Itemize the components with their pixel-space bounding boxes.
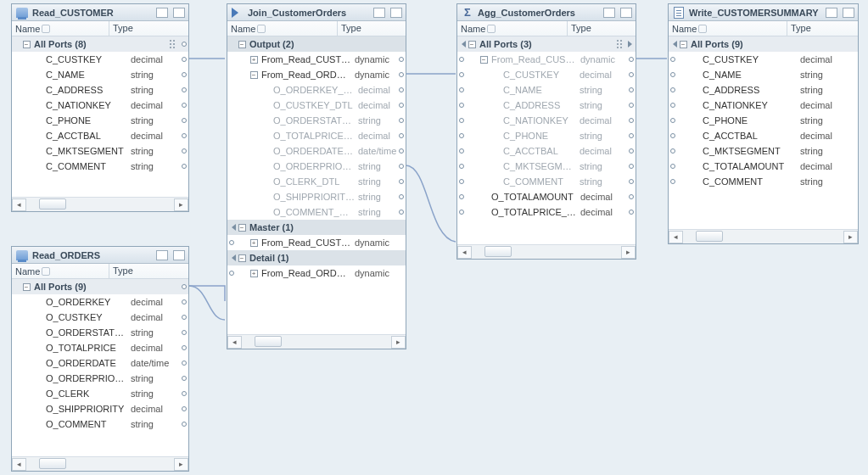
maximize-button[interactable] — [173, 8, 185, 18]
port-row[interactable]: O_COMMENT_DTLstring — [227, 204, 406, 220]
port-row[interactable]: C_CUSTKEYdecimal — [12, 52, 188, 67]
port-row[interactable]: O_ORDERKEYdecimal — [12, 294, 188, 310]
port-row[interactable]: C_NAMEstring — [457, 82, 636, 98]
node-join[interactable]: Join_CustomerOrders Name Type −Output (2… — [227, 3, 406, 349]
maximize-button[interactable] — [173, 250, 185, 260]
collapse-icon[interactable]: − — [680, 41, 687, 48]
port-row[interactable]: C_COMMENTstring — [12, 159, 188, 174]
scrollbar-horizontal[interactable]: ◂▸ — [227, 334, 406, 349]
scroll-left-icon[interactable]: ◂ — [227, 336, 242, 349]
scroll-left-icon[interactable]: ◂ — [12, 458, 26, 471]
expand-icon[interactable]: + — [250, 56, 258, 64]
group-all-ports[interactable]: −All Ports (8) — [12, 36, 188, 52]
scroll-left-icon[interactable]: ◂ — [669, 231, 683, 243]
sort-icon[interactable] — [257, 25, 266, 33]
minimize-button[interactable] — [156, 8, 168, 18]
scroll-right-icon[interactable]: ▸ — [174, 458, 188, 471]
port-row[interactable]: C_ADDRESSstring — [669, 82, 858, 98]
scrollbar-horizontal[interactable]: ◂▸ — [12, 456, 188, 471]
scroll-right-icon[interactable]: ▸ — [391, 336, 406, 349]
port-row[interactable]: O_CUSTKEY_DTLdecimal — [227, 98, 406, 113]
port-row[interactable]: O_TOTALPRICE_DTLdecimal — [227, 128, 406, 143]
column-headers[interactable]: Name Type — [669, 21, 858, 36]
sort-icon[interactable] — [42, 25, 50, 33]
scroll-right-icon[interactable]: ▸ — [174, 198, 188, 211]
port-row[interactable]: O_CLERK_DTLstring — [227, 174, 406, 189]
port-row[interactable]: −From_Read_CUST...dynamic — [457, 52, 636, 67]
node-write[interactable]: Write_CUSTOMERSUMMARY Name Type −All Por… — [668, 3, 859, 244]
port-row[interactable]: C_NATIONKEYdecimal — [669, 98, 858, 113]
collapse-icon[interactable]: − — [480, 56, 488, 64]
node-read-orders[interactable]: Read_ORDERS Name Type −All Ports (9) O_O… — [11, 246, 189, 472]
port-row[interactable]: O_COMMENTstring — [12, 416, 188, 432]
node-agg[interactable]: Σ Agg_CustomerOrders Name Type −All Port… — [456, 3, 636, 260]
port-row[interactable]: C_NATIONKEYdecimal — [12, 98, 188, 113]
port-row[interactable]: O_ORDERPRIORIT...string — [227, 159, 406, 174]
sort-icon[interactable] — [42, 267, 50, 276]
port-row[interactable]: C_NAMEstring — [669, 67, 858, 82]
port-row[interactable]: O_SHIPPRIORITYdecimal — [12, 401, 188, 416]
column-headers[interactable]: Name Type — [12, 264, 188, 279]
node-header[interactable]: Σ Agg_CustomerOrders — [457, 4, 636, 21]
sort-icon[interactable] — [487, 25, 496, 33]
minimize-button[interactable] — [156, 250, 168, 260]
port-row[interactable]: C_ADDRESSstring — [457, 98, 636, 113]
group-all-ports[interactable]: −All Ports (3) — [457, 36, 636, 52]
column-headers[interactable]: Name Type — [12, 21, 188, 36]
port-row[interactable]: C_ACCTBALdecimal — [669, 128, 858, 143]
port-row[interactable]: O_CLERKstring — [12, 386, 188, 401]
maximize-button[interactable] — [620, 8, 632, 18]
maximize-button[interactable] — [843, 8, 854, 18]
scroll-left-icon[interactable]: ◂ — [457, 246, 472, 259]
node-header[interactable]: Join_CustomerOrders — [227, 4, 406, 21]
scroll-right-icon[interactable]: ▸ — [843, 231, 858, 243]
port-row[interactable]: C_NAMEstring — [12, 67, 188, 82]
node-header[interactable]: Read_CUSTOMER — [12, 4, 188, 21]
collapse-icon[interactable]: − — [23, 283, 31, 291]
port-row[interactable]: O_TOTALAMOUNTdecimal — [457, 189, 636, 204]
port-row[interactable]: O_CUSTKEYdecimal — [12, 310, 188, 325]
minimize-button[interactable] — [826, 8, 837, 18]
group-output[interactable]: −Output (2) — [227, 36, 406, 52]
port-row[interactable]: C_NATIONKEYdecimal — [457, 113, 636, 128]
maximize-button[interactable] — [390, 8, 402, 18]
group-master[interactable]: −Master (1) — [227, 220, 406, 235]
sort-icon[interactable] — [698, 25, 707, 33]
port-row[interactable]: C_COMMENTstring — [457, 174, 636, 189]
port-row[interactable]: O_TOTALPRICE_DTLdecimal — [457, 204, 636, 220]
port-row[interactable]: C_CUSTKEYdecimal — [669, 52, 858, 67]
minimize-button[interactable] — [373, 8, 385, 18]
group-all-ports[interactable]: −All Ports (9) — [12, 279, 188, 294]
port-row[interactable]: C_PHONEstring — [669, 113, 858, 128]
scroll-right-icon[interactable]: ▸ — [621, 246, 636, 259]
expand-icon[interactable]: + — [250, 239, 258, 247]
collapse-icon[interactable]: − — [250, 71, 258, 79]
collapse-icon[interactable]: − — [238, 224, 246, 232]
port-row[interactable]: O_TOTALPRICEdecimal — [12, 340, 188, 355]
node-read-customer[interactable]: Read_CUSTOMER Name Type −All Ports (8) C… — [11, 3, 189, 212]
scroll-left-icon[interactable]: ◂ — [12, 198, 26, 211]
port-row[interactable]: O_ORDERDATEdate/time — [12, 355, 188, 371]
port-row[interactable]: −From_Read_ORDERSdynamic — [227, 67, 406, 82]
minimize-button[interactable] — [603, 8, 615, 18]
scrollbar-horizontal[interactable]: ◂▸ — [457, 244, 636, 259]
port-row[interactable]: O_ORDERSTATUS...string — [227, 113, 406, 128]
collapse-icon[interactable]: − — [238, 41, 246, 48]
port-row[interactable]: +From_Read_ORDERSdynamic — [227, 265, 406, 281]
group-all-ports[interactable]: −All Ports (9) — [669, 36, 858, 52]
column-headers[interactable]: Name Type — [227, 21, 406, 36]
port-row[interactable]: C_ADDRESSstring — [12, 82, 188, 98]
port-row[interactable]: C_TOTALAMOUNTdecimal — [669, 159, 858, 174]
port-row[interactable]: O_ORDERDATE_DTLdate/time — [227, 143, 406, 159]
scrollbar-horizontal[interactable]: ◂▸ — [12, 197, 188, 211]
collapse-icon[interactable]: − — [468, 41, 476, 48]
node-header[interactable]: Read_ORDERS — [12, 247, 188, 264]
port-row[interactable]: C_CUSTKEYdecimal — [457, 67, 636, 82]
drag-handle-icon[interactable] — [617, 40, 625, 48]
port-row[interactable]: O_ORDERSTATUSstring — [12, 325, 188, 340]
node-header[interactable]: Write_CUSTOMERSUMMARY — [669, 4, 858, 21]
port-row[interactable]: +From_Read_CUSTO...dynamic — [227, 52, 406, 67]
collapse-icon[interactable]: − — [238, 254, 246, 262]
port-row[interactable]: C_COMMENTstring — [669, 174, 858, 189]
port-row[interactable]: C_ACCTBALdecimal — [457, 143, 636, 159]
